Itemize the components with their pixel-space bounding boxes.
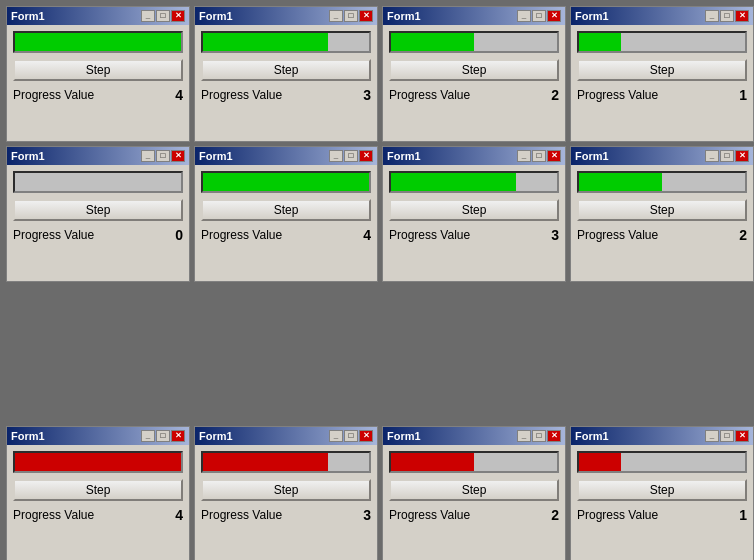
close-btn-1[interactable]: ✕ (359, 10, 373, 22)
progress-label-2: Progress Value 2 (389, 87, 559, 103)
progress-value-10: 2 (551, 507, 559, 523)
close-btn-0[interactable]: ✕ (171, 10, 185, 22)
title-bar-buttons-6: _ □ ✕ (517, 150, 561, 162)
progress-bar-8 (15, 453, 181, 471)
minimize-btn-2[interactable]: _ (517, 10, 531, 22)
window-5: Form1 _ □ ✕ Step Progress Value 4 (194, 146, 378, 282)
maximize-btn-5[interactable]: □ (344, 150, 358, 162)
step-button-1[interactable]: Step (201, 59, 371, 81)
close-btn-3[interactable]: ✕ (735, 10, 749, 22)
window-2: Form1 _ □ ✕ Step Progress Value 2 (382, 6, 566, 142)
progress-label-1: Progress Value 3 (201, 87, 371, 103)
progress-container-6 (389, 171, 559, 193)
minimize-btn-10[interactable]: _ (517, 430, 531, 442)
title-bar-5: Form1 _ □ ✕ (195, 147, 377, 165)
progress-bar-2 (391, 33, 474, 51)
progress-label-10: Progress Value 2 (389, 507, 559, 523)
minimize-btn-9[interactable]: _ (329, 430, 343, 442)
minimize-btn-4[interactable]: _ (141, 150, 155, 162)
title-bar-buttons-8: _ □ ✕ (141, 430, 185, 442)
progress-container-3 (577, 31, 747, 53)
minimize-btn-8[interactable]: _ (141, 430, 155, 442)
title-bar-buttons-3: _ □ ✕ (705, 10, 749, 22)
progress-value-11: 1 (739, 507, 747, 523)
maximize-btn-1[interactable]: □ (344, 10, 358, 22)
progress-container-2 (389, 31, 559, 53)
progress-container-7 (577, 171, 747, 193)
close-btn-11[interactable]: ✕ (735, 430, 749, 442)
window-body-11: Step Progress Value 1 (571, 445, 753, 560)
progress-bar-5 (203, 173, 369, 191)
window-title-3: Form1 (575, 10, 609, 22)
maximize-btn-11[interactable]: □ (720, 430, 734, 442)
maximize-btn-9[interactable]: □ (344, 430, 358, 442)
step-button-6[interactable]: Step (389, 199, 559, 221)
progress-value-7: 2 (739, 227, 747, 243)
close-btn-10[interactable]: ✕ (547, 430, 561, 442)
close-btn-5[interactable]: ✕ (359, 150, 373, 162)
window-title-4: Form1 (11, 150, 45, 162)
window-title-8: Form1 (11, 430, 45, 442)
step-button-10[interactable]: Step (389, 479, 559, 501)
progress-label-4: Progress Value 0 (13, 227, 183, 243)
title-bar-buttons-2: _ □ ✕ (517, 10, 561, 22)
close-btn-9[interactable]: ✕ (359, 430, 373, 442)
minimize-btn-11[interactable]: _ (705, 430, 719, 442)
close-btn-7[interactable]: ✕ (735, 150, 749, 162)
title-bar-buttons-1: _ □ ✕ (329, 10, 373, 22)
maximize-btn-0[interactable]: □ (156, 10, 170, 22)
window-0: Form1 _ □ ✕ Step Progress Value 4 (6, 6, 190, 142)
progress-bar-1 (203, 33, 328, 51)
minimize-btn-1[interactable]: _ (329, 10, 343, 22)
close-btn-4[interactable]: ✕ (171, 150, 185, 162)
minimize-btn-7[interactable]: _ (705, 150, 719, 162)
window-body-5: Step Progress Value 4 (195, 165, 377, 281)
progress-container-10 (389, 451, 559, 473)
progress-text-10: Progress Value (389, 508, 470, 522)
step-button-2[interactable]: Step (389, 59, 559, 81)
maximize-btn-3[interactable]: □ (720, 10, 734, 22)
progress-text-4: Progress Value (13, 228, 94, 242)
progress-value-2: 2 (551, 87, 559, 103)
step-button-9[interactable]: Step (201, 479, 371, 501)
window-title-5: Form1 (199, 150, 233, 162)
progress-label-7: Progress Value 2 (577, 227, 747, 243)
progress-text-11: Progress Value (577, 508, 658, 522)
close-btn-8[interactable]: ✕ (171, 430, 185, 442)
progress-text-5: Progress Value (201, 228, 282, 242)
progress-container-5 (201, 171, 371, 193)
minimize-btn-6[interactable]: _ (517, 150, 531, 162)
minimize-btn-5[interactable]: _ (329, 150, 343, 162)
progress-bar-11 (579, 453, 621, 471)
step-button-7[interactable]: Step (577, 199, 747, 221)
maximize-btn-6[interactable]: □ (532, 150, 546, 162)
title-bar-9: Form1 _ □ ✕ (195, 427, 377, 445)
step-button-5[interactable]: Step (201, 199, 371, 221)
close-btn-6[interactable]: ✕ (547, 150, 561, 162)
maximize-btn-4[interactable]: □ (156, 150, 170, 162)
title-bar-buttons-7: _ □ ✕ (705, 150, 749, 162)
title-bar-buttons-4: _ □ ✕ (141, 150, 185, 162)
progress-bar-6 (391, 173, 516, 191)
title-bar-0: Form1 _ □ ✕ (7, 7, 189, 25)
maximize-btn-2[interactable]: □ (532, 10, 546, 22)
maximize-btn-7[interactable]: □ (720, 150, 734, 162)
progress-container-0 (13, 31, 183, 53)
step-button-3[interactable]: Step (577, 59, 747, 81)
progress-label-6: Progress Value 3 (389, 227, 559, 243)
window-title-6: Form1 (387, 150, 421, 162)
step-button-8[interactable]: Step (13, 479, 183, 501)
window-title-7: Form1 (575, 150, 609, 162)
maximize-btn-8[interactable]: □ (156, 430, 170, 442)
window-8: Form1 _ □ ✕ Step Progress Value 4 (6, 426, 190, 560)
minimize-btn-3[interactable]: _ (705, 10, 719, 22)
step-button-4[interactable]: Step (13, 199, 183, 221)
step-button-11[interactable]: Step (577, 479, 747, 501)
progress-label-5: Progress Value 4 (201, 227, 371, 243)
maximize-btn-10[interactable]: □ (532, 430, 546, 442)
step-button-0[interactable]: Step (13, 59, 183, 81)
close-btn-2[interactable]: ✕ (547, 10, 561, 22)
progress-container-1 (201, 31, 371, 53)
progress-label-8: Progress Value 4 (13, 507, 183, 523)
minimize-btn-0[interactable]: _ (141, 10, 155, 22)
